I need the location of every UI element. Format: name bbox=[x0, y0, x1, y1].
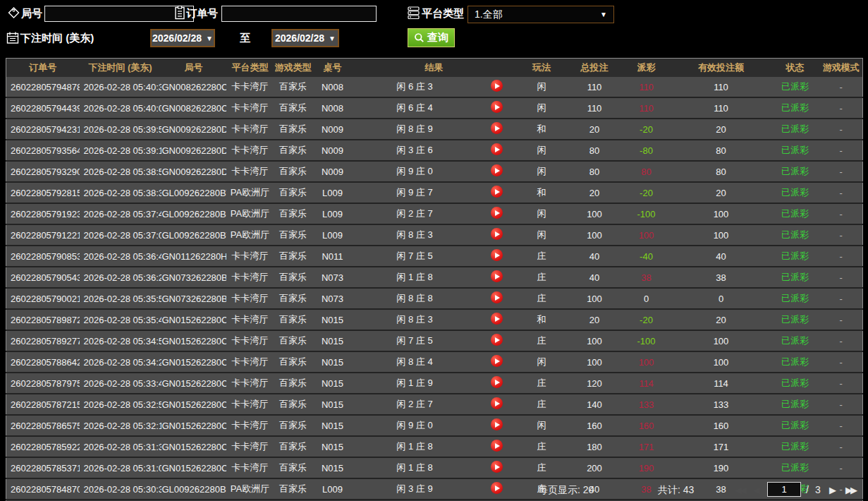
result-text: 闲 9 庄 0 bbox=[396, 166, 432, 176]
play-video-button[interactable] bbox=[491, 482, 503, 494]
play-video-button[interactable] bbox=[491, 122, 503, 134]
cell-valid-bet: 20 bbox=[672, 119, 771, 140]
play-video-button[interactable] bbox=[491, 249, 503, 261]
cell-game-type: 百家乐 bbox=[274, 457, 312, 478]
column-header-2: 局号 bbox=[161, 59, 226, 78]
result-text: 闲 9 庄 0 bbox=[396, 420, 432, 430]
cell-valid-bet: 20 bbox=[672, 182, 771, 203]
cell-payout: 160 bbox=[621, 415, 672, 436]
cell-total-bet: 180 bbox=[568, 436, 621, 457]
result-text: 闲 2 庄 7 bbox=[396, 208, 432, 219]
cell-game-mode: - bbox=[820, 224, 863, 246]
cell-valid-bet: 38 bbox=[672, 267, 771, 288]
play-video-button[interactable] bbox=[491, 397, 503, 409]
date-to-picker[interactable]: 2026/02/28 ▼ bbox=[271, 29, 339, 47]
play-video-button[interactable] bbox=[491, 313, 503, 325]
cell-table-no: N009 bbox=[312, 119, 353, 140]
cell-result: 闲 7 庄 5 bbox=[353, 246, 515, 267]
column-header-9: 派彩 bbox=[621, 59, 672, 78]
column-header-10: 有效投注额 bbox=[672, 59, 771, 78]
cell-payout: -100 bbox=[621, 203, 672, 224]
result-text: 闲 8 庄 3 bbox=[396, 314, 432, 325]
last-page-button[interactable]: ▶▶ bbox=[845, 483, 855, 497]
play-video-button[interactable] bbox=[491, 164, 503, 176]
cell-table-no: N015 bbox=[312, 394, 353, 415]
play-video-button[interactable] bbox=[491, 186, 503, 198]
play-video-button[interactable] bbox=[491, 270, 503, 282]
cell-total-bet: 110 bbox=[568, 97, 621, 119]
round-no-input[interactable] bbox=[44, 6, 194, 22]
cell-game-type: 百家乐 bbox=[274, 373, 312, 394]
cell-bet-time: 2026-02-28 05:36:40 bbox=[80, 246, 161, 267]
cell-platform-type: 卡卡湾厅 bbox=[226, 140, 274, 161]
cell-game-type: 百家乐 bbox=[274, 478, 312, 500]
play-video-button[interactable] bbox=[491, 334, 503, 346]
cell-total-bet: 40 bbox=[568, 267, 621, 288]
cell-total-bet: 200 bbox=[568, 457, 621, 478]
cell-status: 已派彩 bbox=[771, 288, 820, 309]
cell-table-no: N011 bbox=[312, 246, 353, 267]
cell-bet-time: 2026-02-28 05:37:02 bbox=[80, 224, 161, 246]
play-video-button[interactable] bbox=[491, 80, 503, 92]
play-video-button[interactable] bbox=[491, 207, 503, 219]
first-page-button[interactable]: ◀◀ bbox=[735, 483, 745, 497]
play-icon bbox=[495, 253, 500, 258]
play-video-button[interactable] bbox=[491, 461, 503, 473]
cell-platform-type: PA欧洲厅 bbox=[226, 203, 274, 224]
play-video-button[interactable] bbox=[491, 291, 503, 303]
cell-total-bet: 100 bbox=[568, 351, 621, 373]
order-no-input[interactable] bbox=[221, 6, 377, 22]
cell-total-bet: 120 bbox=[568, 373, 621, 394]
cell-play-type: 庄 bbox=[515, 330, 568, 351]
cell-table-no: N015 bbox=[312, 309, 353, 330]
result-text: 闲 3 庄 9 bbox=[396, 483, 432, 494]
cell-order-no: 260228057935645 bbox=[6, 140, 80, 161]
play-icon bbox=[495, 231, 500, 237]
cell-valid-bet: 40 bbox=[672, 246, 771, 267]
play-video-button[interactable] bbox=[491, 101, 503, 113]
search-button[interactable]: 查询 bbox=[408, 28, 455, 47]
play-video-button[interactable] bbox=[491, 355, 503, 367]
cell-status: 已派彩 bbox=[771, 351, 820, 373]
cell-bet-time: 2026-02-28 05:34:58 bbox=[80, 330, 161, 351]
cell-order-no: 260228057912216 bbox=[6, 224, 80, 246]
result-text: 闲 1 庄 9 bbox=[396, 378, 432, 388]
magnifier-icon bbox=[414, 32, 424, 43]
cell-payout: -20 bbox=[621, 309, 672, 330]
play-video-button[interactable] bbox=[491, 418, 503, 430]
cell-play-type: 闲 bbox=[515, 351, 568, 373]
play-video-button[interactable] bbox=[491, 440, 503, 452]
play-video-button[interactable] bbox=[491, 143, 503, 155]
next-page-button[interactable]: ▶ bbox=[829, 483, 834, 497]
cell-bet-time: 2026-02-28 05:35:41 bbox=[80, 309, 161, 330]
page-number-input[interactable] bbox=[767, 482, 801, 497]
cell-result: 闲 1 庄 8 bbox=[353, 267, 515, 288]
cell-table-no: N008 bbox=[312, 77, 353, 97]
cell-play-type: 闲 bbox=[515, 224, 568, 246]
play-video-button[interactable] bbox=[491, 228, 503, 240]
cell-game-type: 百家乐 bbox=[274, 161, 312, 182]
cell-order-no: 260228057948786 bbox=[6, 77, 80, 97]
cell-round-no: GN015262280CT bbox=[161, 436, 226, 457]
cell-play-type: 和 bbox=[515, 309, 568, 330]
platform-server-icon bbox=[407, 5, 420, 23]
play-icon bbox=[495, 443, 500, 449]
search-button-label: 查询 bbox=[427, 31, 448, 44]
cell-valid-bet: 0 bbox=[672, 288, 771, 309]
cell-play-type: 和 bbox=[515, 119, 568, 140]
platform-type-select[interactable]: 1.全部 ▼ bbox=[467, 6, 614, 23]
cell-order-no: 260228057848703 bbox=[6, 478, 80, 500]
cell-table-no: N009 bbox=[312, 161, 353, 182]
chevron-down-icon: ▼ bbox=[206, 35, 213, 42]
cell-game-mode: - bbox=[820, 373, 863, 394]
result-text: 闲 1 庄 8 bbox=[396, 462, 432, 473]
round-no-label: 局号 bbox=[21, 7, 42, 20]
cell-status: 已派彩 bbox=[771, 457, 820, 478]
cell-platform-type: 卡卡湾厅 bbox=[226, 330, 274, 351]
date-from-picker[interactable]: 2026/02/28 ▼ bbox=[150, 29, 215, 47]
cell-play-type: 庄 bbox=[515, 246, 568, 267]
cell-result: 闲 8 庄 8 bbox=[353, 288, 515, 309]
play-video-button[interactable] bbox=[491, 376, 503, 388]
prev-page-button[interactable]: ◀ bbox=[753, 483, 758, 497]
cell-order-no: 260228057879752 bbox=[6, 373, 80, 394]
